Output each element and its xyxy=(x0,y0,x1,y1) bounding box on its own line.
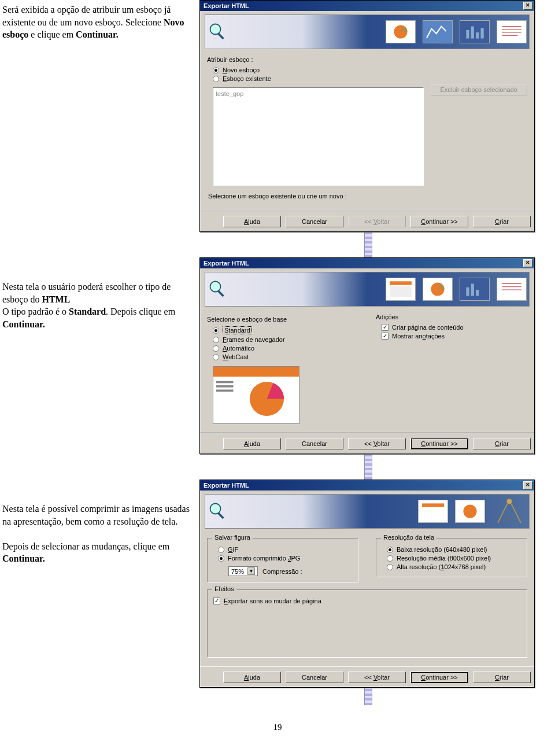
instruction-text-2: Nesta tela o usuário poderá escolher o t… xyxy=(0,257,199,334)
dialog-title: Exportar HTML xyxy=(204,260,249,267)
dialog-3: Exportar HTML ✕ Salvar figura xyxy=(199,480,535,688)
dialog-title: Exportar HTML xyxy=(204,482,249,489)
continue-button[interactable]: Continuar >> xyxy=(410,216,468,227)
create-button[interactable]: Criar xyxy=(473,438,531,449)
assign-label: Atribuir esboço : xyxy=(207,56,527,63)
radio-standard[interactable]: Standard xyxy=(213,326,358,334)
svg-rect-6 xyxy=(481,28,484,39)
svg-point-27 xyxy=(210,504,221,514)
radio-icon xyxy=(213,76,219,82)
svg-point-11 xyxy=(210,282,221,292)
create-button[interactable]: Criar xyxy=(473,672,531,683)
group-label: Adições xyxy=(376,314,527,320)
connector-icon xyxy=(364,688,372,705)
svg-rect-14 xyxy=(390,286,412,297)
compression-dropdown[interactable]: 75%▼ xyxy=(228,566,258,576)
instruction-text-1: Será exibida a opção de atribuir um esbo… xyxy=(0,0,199,45)
radio-icon xyxy=(213,67,219,73)
back-button: << Voltar xyxy=(348,216,406,227)
cancel-button[interactable]: Cancelar xyxy=(286,672,343,683)
svg-rect-1 xyxy=(217,33,224,39)
dialog-1: Exportar HTML ✕ Atribuir esboço : Novo e… xyxy=(199,0,535,232)
cancel-button[interactable]: Cancelar xyxy=(286,438,343,449)
group-label: Efeitos xyxy=(212,585,236,592)
radio-frames[interactable]: Frames de navegador xyxy=(213,336,358,343)
radio-icon xyxy=(218,555,224,562)
svg-rect-23 xyxy=(216,381,234,383)
checkbox-icon xyxy=(213,598,220,604)
svg-rect-16 xyxy=(466,287,469,296)
create-button[interactable]: Criar xyxy=(473,216,531,227)
svg-rect-17 xyxy=(471,284,474,296)
radio-esboco-existente[interactable]: Esboço existente xyxy=(213,75,527,82)
instruction-text-3: Nesta tela é possível comprimir as image… xyxy=(0,480,199,569)
group-label: Salvar figura xyxy=(212,534,253,541)
delete-esboco-button: Excluir esboço selecionado xyxy=(431,84,527,95)
help-button[interactable]: Ajuda xyxy=(223,438,281,449)
radio-novo-esboco[interactable]: Novo esboço xyxy=(213,67,527,73)
radio-automatico[interactable]: Automático xyxy=(213,345,358,352)
check-exportar-sons[interactable]: Exportar sons ao mudar de página xyxy=(213,598,522,604)
svg-point-31 xyxy=(506,499,512,504)
radio-jpg[interactable]: Formato comprimido JPG xyxy=(218,555,353,562)
esboco-listbox[interactable]: teste_gop xyxy=(213,87,424,186)
hint-text: Selecione um esboço existente ou crie um… xyxy=(208,193,527,200)
radio-media-res[interactable]: Resolução média (800x600 pixel) xyxy=(387,555,522,562)
back-button[interactable]: << Voltar xyxy=(348,438,406,449)
svg-rect-5 xyxy=(476,32,479,39)
close-icon[interactable]: ✕ xyxy=(523,259,532,267)
check-mostrar-anotacoes[interactable]: Mostrar anotações xyxy=(382,333,527,340)
banner-image xyxy=(205,494,530,529)
svg-rect-29 xyxy=(422,503,444,507)
checkbox-icon xyxy=(382,333,388,340)
svg-rect-24 xyxy=(216,385,234,388)
dialog-2: Exportar HTML ✕ Selecione o esboço de ba… xyxy=(199,257,535,454)
radio-icon xyxy=(387,547,393,553)
radio-icon xyxy=(213,327,219,334)
radio-icon xyxy=(218,547,224,553)
close-icon[interactable]: ✕ xyxy=(523,2,532,10)
svg-rect-25 xyxy=(216,389,234,392)
svg-point-30 xyxy=(463,504,476,518)
continue-button[interactable]: Continuar >> xyxy=(410,672,468,683)
svg-rect-28 xyxy=(217,512,224,519)
svg-rect-22 xyxy=(213,367,299,377)
svg-rect-3 xyxy=(466,30,469,39)
svg-rect-18 xyxy=(476,290,479,296)
connector-icon xyxy=(364,454,372,480)
group-label: Resolução da tela xyxy=(381,534,436,541)
radio-gif[interactable]: GIF xyxy=(218,546,353,553)
banner-image xyxy=(205,272,530,307)
check-criar-pagina[interactable]: Criar página de conteúdo xyxy=(382,324,527,331)
continue-button[interactable]: Continuar >> xyxy=(410,438,468,449)
dialog-title: Exportar HTML xyxy=(204,2,249,9)
radio-icon xyxy=(387,555,393,562)
page-number: 19 xyxy=(0,722,555,732)
radio-icon xyxy=(213,337,219,343)
back-button[interactable]: << Voltar xyxy=(348,672,406,683)
preview-image xyxy=(213,366,299,424)
radio-icon xyxy=(213,354,219,360)
radio-alta-res[interactable]: Alta resolução (1024x768 pixel) xyxy=(387,563,522,570)
compression-label: Compressão : xyxy=(262,568,302,575)
svg-rect-4 xyxy=(471,27,474,39)
banner-image xyxy=(205,14,530,49)
compass-icon xyxy=(492,497,527,526)
connector-icon xyxy=(364,232,372,257)
radio-webcast[interactable]: WebCast xyxy=(213,353,358,360)
chevron-down-icon: ▼ xyxy=(247,567,255,575)
radio-icon xyxy=(213,345,219,352)
svg-rect-13 xyxy=(390,281,412,285)
cancel-button[interactable]: Cancelar xyxy=(286,216,343,227)
svg-point-0 xyxy=(210,24,221,35)
group-label: Selecione o esboço de base xyxy=(207,316,358,323)
close-icon[interactable]: ✕ xyxy=(523,481,532,489)
checkbox-icon xyxy=(382,324,388,331)
help-button[interactable]: Ajuda xyxy=(223,672,281,683)
svg-rect-12 xyxy=(217,290,224,297)
radio-baixa-res[interactable]: Baixa resolução (640x480 pixel) xyxy=(387,546,522,553)
help-button[interactable]: Ajuda xyxy=(223,216,281,227)
radio-icon xyxy=(387,564,393,570)
